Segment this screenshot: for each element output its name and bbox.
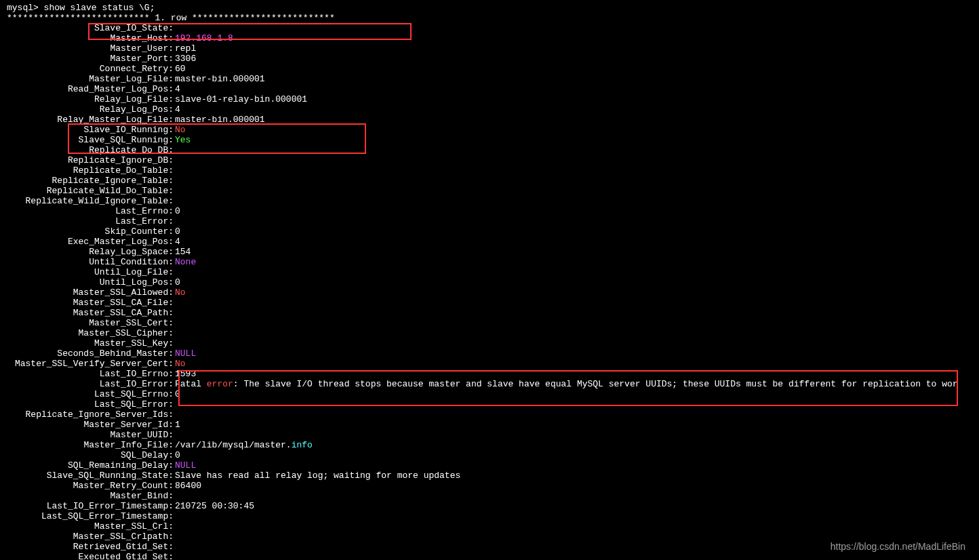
status-row: Relay_Master_Log_File: master-bin.000001 bbox=[7, 115, 979, 125]
row-value: No bbox=[175, 125, 186, 135]
row-label: Last_IO_Error_Timestamp: bbox=[7, 501, 175, 511]
status-row: Last_SQL_Error_Timestamp: bbox=[7, 511, 979, 521]
status-row: Seconds_Behind_Master: NULL bbox=[7, 348, 979, 359]
row-label: Last_SQL_Errno: bbox=[7, 389, 175, 399]
row-label: Replicate_Do_Table: bbox=[7, 165, 175, 176]
status-row: Last_IO_Error_Timestamp: 210725 00:30:45 bbox=[7, 501, 979, 511]
row-label: Replicate_Ignore_Server_Ids: bbox=[7, 409, 175, 420]
row-value: Slave has read all relay log; waiting fo… bbox=[175, 471, 460, 481]
row-value: 154 bbox=[175, 247, 191, 257]
row-label: Seconds_Behind_Master: bbox=[7, 348, 175, 359]
row-label: Last_IO_Errno: bbox=[7, 369, 175, 379]
status-row: Relay_Log_File: slave-01-relay-bin.00000… bbox=[7, 94, 979, 104]
status-row: Last_IO_Errno: 1593 bbox=[7, 369, 979, 379]
status-row: Master_SSL_Key: bbox=[7, 338, 979, 348]
row-label: Last_SQL_Error_Timestamp: bbox=[7, 511, 175, 521]
row-label: Relay_Log_Pos: bbox=[7, 104, 175, 115]
row-label: Slave_IO_Running: bbox=[7, 125, 175, 135]
row-value: 4 bbox=[175, 104, 180, 115]
row-value: 1593 bbox=[175, 369, 196, 379]
status-row: Executed_Gtid_Set: bbox=[7, 552, 979, 560]
row-label: Master_SSL_Verify_Server_Cert: bbox=[7, 359, 175, 369]
row-label: Connect_Retry: bbox=[7, 64, 175, 74]
status-row: Master_Bind: bbox=[7, 491, 979, 501]
row-label: Master_SSL_Crlpath: bbox=[7, 532, 175, 542]
status-row: Master_Host: 192.168.1.8 bbox=[7, 33, 979, 43]
status-row: SQL_Remaining_Delay: NULL bbox=[7, 460, 979, 471]
row-value: 4 bbox=[175, 237, 180, 247]
row-value: master-bin.000001 bbox=[175, 115, 265, 125]
status-row: Master_SSL_Crlpath: bbox=[7, 532, 979, 542]
row-label: Master_UUID: bbox=[7, 430, 175, 440]
status-row: Last_Error: bbox=[7, 216, 979, 226]
row-label: Master_Log_File: bbox=[7, 74, 175, 84]
row-label: Replicate_Ignore_DB: bbox=[7, 155, 175, 165]
row-label: Master_Bind: bbox=[7, 491, 175, 501]
row-label: Executed_Gtid_Set: bbox=[7, 552, 175, 560]
terminal-output: mysql> show slave status \G; ***********… bbox=[7, 3, 979, 560]
status-row: Master_Info_File: /var/lib/mysql/master.… bbox=[7, 440, 979, 450]
row-value: Fatal error: The slave I/O thread stops … bbox=[175, 379, 958, 389]
status-row: Skip_Counter: 0 bbox=[7, 226, 979, 237]
row-label: Master_SSL_Cert: bbox=[7, 318, 175, 328]
row-label: Until_Condition: bbox=[7, 257, 175, 267]
row-separator: *************************** 1. row *****… bbox=[7, 13, 979, 23]
row-value: NULL bbox=[175, 348, 196, 359]
row-value: repl bbox=[175, 43, 196, 54]
row-value: None bbox=[175, 257, 196, 267]
row-label: Master_Port: bbox=[7, 54, 175, 64]
status-row: Last_SQL_Error: bbox=[7, 399, 979, 409]
row-label: Slave_SQL_Running: bbox=[7, 135, 175, 145]
status-row: Until_Condition: None bbox=[7, 257, 979, 267]
row-label: Master_Info_File: bbox=[7, 440, 175, 450]
status-row: Master_User: repl bbox=[7, 43, 979, 54]
row-label: Replicate_Do_DB: bbox=[7, 145, 175, 155]
row-label: Until_Log_File: bbox=[7, 267, 175, 277]
status-row: Master_Port: 3306 bbox=[7, 54, 979, 64]
status-row: Read_Master_Log_Pos: 4 bbox=[7, 84, 979, 94]
row-value: 0 bbox=[175, 450, 180, 460]
row-value: master-bin.000001 bbox=[175, 74, 265, 84]
status-row: Slave_SQL_Running: Yes bbox=[7, 135, 979, 145]
status-row: Master_Log_File: master-bin.000001 bbox=[7, 74, 979, 84]
row-label: Slave_SQL_Running_State: bbox=[7, 471, 175, 481]
status-row: SQL_Delay: 0 bbox=[7, 450, 979, 460]
row-label: Relay_Master_Log_File: bbox=[7, 115, 175, 125]
status-row: Replicate_Ignore_DB: bbox=[7, 155, 979, 165]
status-row: Relay_Log_Pos: 4 bbox=[7, 104, 979, 115]
row-label: Slave_IO_State: bbox=[7, 23, 175, 33]
row-value: 0 bbox=[175, 226, 180, 237]
row-label: Last_SQL_Error: bbox=[7, 399, 175, 409]
row-label: Master_SSL_CA_Path: bbox=[7, 308, 175, 318]
row-value: /var/lib/mysql/master.info bbox=[175, 440, 313, 450]
row-value: No bbox=[175, 287, 186, 298]
status-row: Last_SQL_Errno: 0 bbox=[7, 389, 979, 399]
row-value: Yes bbox=[175, 135, 191, 145]
row-label: Last_Error: bbox=[7, 216, 175, 226]
status-row: Until_Log_Pos: 0 bbox=[7, 277, 979, 287]
row-value: 4 bbox=[175, 84, 180, 94]
status-row: Master_Server_Id: 1 bbox=[7, 420, 979, 430]
row-label: Master_SSL_Key: bbox=[7, 338, 175, 348]
status-row: Slave_SQL_Running_State: Slave has read … bbox=[7, 471, 979, 481]
row-label: Replicate_Wild_Ignore_Table: bbox=[7, 196, 175, 206]
row-value: No bbox=[175, 359, 186, 369]
row-value: 60 bbox=[175, 64, 186, 74]
row-label: Retrieved_Gtid_Set: bbox=[7, 542, 175, 552]
status-row: Master_Retry_Count: 86400 bbox=[7, 481, 979, 491]
row-label: Master_Retry_Count: bbox=[7, 481, 175, 491]
row-label: Exec_Master_Log_Pos: bbox=[7, 237, 175, 247]
status-row: Last_IO_Error: Fatal error: The slave I/… bbox=[7, 379, 979, 389]
row-label: Relay_Log_File: bbox=[7, 94, 175, 104]
row-label: Master_SSL_Cipher: bbox=[7, 328, 175, 338]
status-row: Master_SSL_Verify_Server_Cert: No bbox=[7, 359, 979, 369]
status-row: Master_SSL_CA_Path: bbox=[7, 308, 979, 318]
row-label: Replicate_Ignore_Table: bbox=[7, 176, 175, 186]
row-label: Master_SSL_CA_File: bbox=[7, 298, 175, 308]
row-value: slave-01-relay-bin.000001 bbox=[175, 94, 307, 104]
row-value: 3306 bbox=[175, 54, 196, 64]
row-value: 86400 bbox=[175, 481, 201, 491]
row-value: 0 bbox=[175, 206, 180, 216]
row-label: Skip_Counter: bbox=[7, 226, 175, 237]
row-value: NULL bbox=[175, 460, 196, 471]
